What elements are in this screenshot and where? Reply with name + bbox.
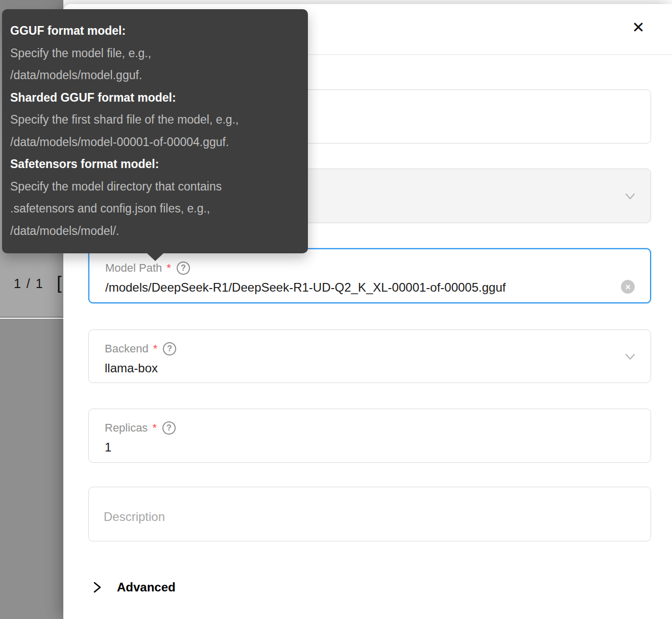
tooltip-text: /data/models/model-00001-of-00004.gguf. xyxy=(10,131,300,154)
model-path-help-tooltip: GGUF format model:Specify the model file… xyxy=(2,9,308,253)
clear-icon[interactable]: ✕ xyxy=(621,280,635,294)
tooltip-text: /data/models/model.gguf. xyxy=(10,64,300,87)
tooltip-text: Specify the model file, e.g., xyxy=(10,42,300,65)
tooltip-heading: GGUF format model: xyxy=(10,20,300,42)
tooltip-heading: Safetensors format model: xyxy=(10,153,300,176)
chevron-down-icon xyxy=(623,189,637,203)
help-icon[interactable]: ? xyxy=(162,421,176,435)
required-asterisk: * xyxy=(166,261,171,275)
advanced-label: Advanced xyxy=(117,580,176,595)
close-icon[interactable]: ✕ xyxy=(628,17,649,38)
tooltip-text: Specify the model directory that contain… xyxy=(10,176,300,198)
model-path-input[interactable] xyxy=(89,280,610,295)
backdrop-lower-section xyxy=(0,319,63,619)
page-indicator: 1 / 1 xyxy=(14,276,44,291)
description-textarea[interactable] xyxy=(89,487,651,541)
replicas-label: Replicas xyxy=(105,421,148,435)
replicas-input[interactable] xyxy=(89,440,610,455)
bracket-text-fragment: [ xyxy=(57,273,62,293)
advanced-collapse-toggle[interactable]: Advanced xyxy=(88,580,176,595)
chevron-right-icon xyxy=(90,581,104,594)
help-icon[interactable]: ? xyxy=(177,261,190,275)
tooltip-text: .safetensors and config.json files, e.g.… xyxy=(10,198,300,220)
model-path-field[interactable]: Model Path * ? ✕ xyxy=(88,248,651,303)
help-icon[interactable]: ? xyxy=(163,342,176,355)
replicas-field[interactable]: Replicas * ? xyxy=(88,409,651,463)
required-asterisk: * xyxy=(153,342,158,355)
backend-value: llama-box xyxy=(89,361,651,376)
tooltip-heading: Sharded GGUF format model: xyxy=(10,87,300,109)
tooltip-arrow xyxy=(147,253,163,261)
tooltip-text: Specify the first shard file of the mode… xyxy=(10,109,300,131)
backend-label: Backend xyxy=(105,342,149,355)
tooltip-text: /data/models/model/. xyxy=(10,220,300,243)
model-path-label: Model Path xyxy=(105,261,162,275)
description-field[interactable] xyxy=(88,487,651,541)
backend-select[interactable]: Backend * ? llama-box xyxy=(88,329,651,383)
chevron-down-icon xyxy=(623,349,637,364)
required-asterisk: * xyxy=(152,421,157,435)
